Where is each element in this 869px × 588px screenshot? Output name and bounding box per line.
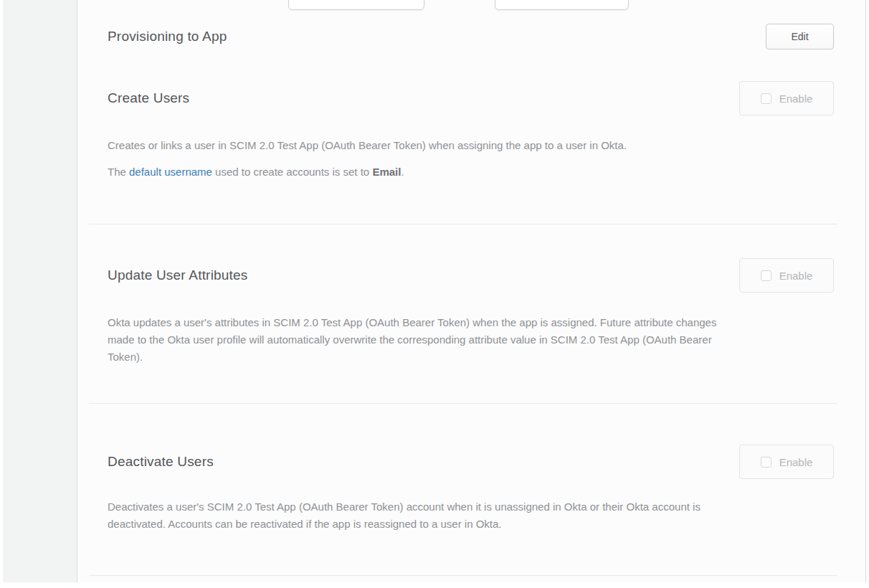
section-divider (89, 224, 837, 224)
left-sidebar (3, 0, 77, 582)
deactivate-users-title: Deactivate Users (108, 454, 214, 470)
default-username-link[interactable]: default username (129, 166, 212, 178)
username-value: Email (372, 166, 401, 178)
note-suffix: . (401, 166, 404, 178)
provisioning-header-row: Provisioning to App Edit (108, 24, 834, 49)
enable-toggle-label: Enable (779, 456, 813, 468)
enable-toggle-label: Enable (779, 270, 813, 282)
provisioning-settings-panel: Provisioning to App Edit Create Users En… (77, 0, 866, 582)
edit-button[interactable]: Edit (766, 24, 834, 49)
enable-checkbox[interactable] (761, 457, 771, 468)
update-user-attributes-description: Okta updates a user's attributes in SCIM… (108, 314, 834, 366)
section-divider (89, 575, 837, 576)
enable-toggle-label: Enable (779, 93, 813, 105)
update-user-attributes-row: Update User Attributes Enable (108, 258, 834, 293)
create-users-description: Creates or links a user in SCIM 2.0 Test… (108, 137, 834, 154)
cropped-field-left[interactable] (288, 0, 424, 10)
page-title: Provisioning to App (108, 29, 227, 44)
section-divider (89, 403, 837, 404)
deactivate-users-description: Deactivates a user's SCIM 2.0 Test App (… (108, 498, 834, 533)
update-user-attributes-title: Update User Attributes (108, 267, 248, 283)
create-users-title: Create Users (108, 90, 189, 106)
create-users-enable-toggle[interactable]: Enable (739, 81, 834, 115)
provisioning-header-section: Provisioning to App Edit Create Users En… (77, 0, 865, 181)
update-attributes-enable-toggle[interactable]: Enable (739, 258, 834, 293)
cropped-field-right[interactable] (495, 0, 629, 10)
default-username-note: The default username used to create acco… (108, 163, 834, 181)
deactivate-users-enable-toggle[interactable]: Enable (739, 445, 834, 479)
note-prefix: The (108, 166, 129, 178)
enable-checkbox[interactable] (761, 93, 771, 104)
update-user-attributes-section: Update User Attributes Enable Okta updat… (77, 258, 865, 366)
create-users-row: Create Users Enable (108, 81, 834, 115)
note-middle: used to create accounts is set to (212, 166, 372, 178)
deactivate-users-section: Deactivate Users Enable Deactivates a us… (77, 445, 865, 533)
deactivate-users-row: Deactivate Users Enable (108, 445, 834, 479)
enable-checkbox[interactable] (761, 270, 771, 281)
